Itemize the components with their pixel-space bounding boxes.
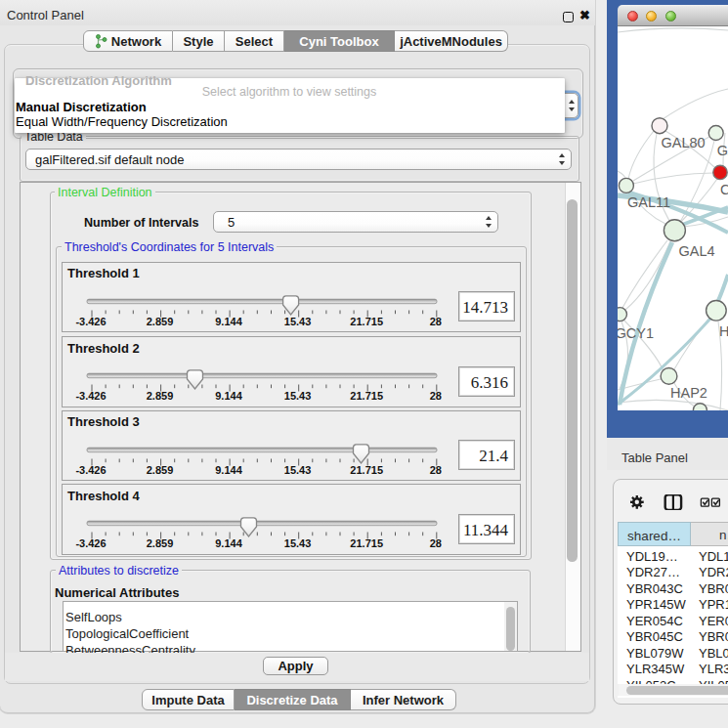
svg-text:GAL4: GAL4 (679, 243, 715, 259)
svg-text:GCY1: GCY1 (618, 325, 654, 341)
svg-text:GAL11: GAL11 (627, 194, 670, 210)
svg-text:HAP2: HAP2 (670, 385, 707, 401)
svg-text:GAL80: GAL80 (662, 135, 706, 150)
svg-text:GA: GA (717, 143, 728, 158)
svg-text:HAP1: HAP1 (719, 323, 728, 339)
svg-text:CD: CD (720, 182, 728, 197)
